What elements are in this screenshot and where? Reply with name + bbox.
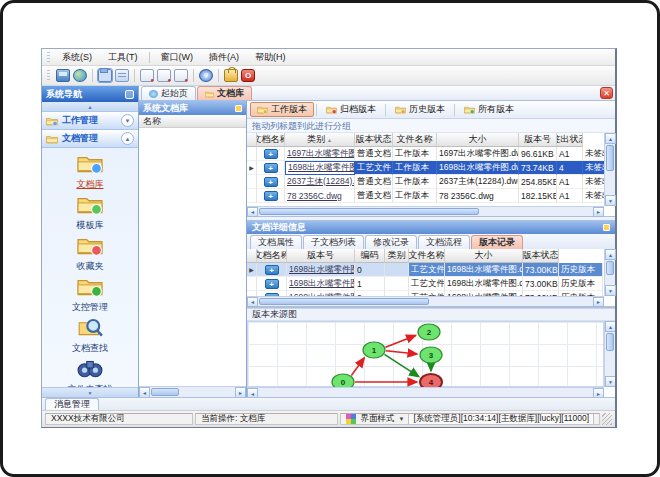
graph-node-2[interactable]: 2 bbox=[418, 324, 440, 340]
sidebar-item-4[interactable]: 文档查找 bbox=[42, 316, 138, 355]
column-header-5[interactable]: 大小 bbox=[445, 249, 523, 263]
scroll-thumb[interactable] bbox=[259, 298, 429, 305]
sidebar-section-work[interactable]: 工作管理▼ bbox=[42, 112, 138, 130]
tab-message-management[interactable]: 消息管理 bbox=[45, 398, 99, 410]
column-header-2[interactable]: 版本状态 bbox=[355, 133, 393, 147]
pin-icon[interactable] bbox=[235, 105, 242, 112]
scroll-down-icon[interactable]: ▼ bbox=[605, 285, 616, 296]
column-header-1[interactable]: 版本号 bbox=[287, 249, 355, 263]
schedule-table-icon[interactable] bbox=[115, 69, 129, 82]
scroll-right-icon[interactable]: ► bbox=[593, 207, 604, 217]
resize-grip[interactable] bbox=[602, 413, 612, 425]
menu-item-4[interactable]: 帮助(H) bbox=[248, 50, 293, 65]
detail-tab-3[interactable]: 文档流程 bbox=[418, 235, 470, 249]
detail-tab-0[interactable]: 文档属性 bbox=[250, 235, 302, 249]
menu-item-3[interactable]: 插件(A) bbox=[202, 50, 246, 65]
chevron-up-icon[interactable]: ▲ bbox=[121, 132, 134, 145]
scroll-left-icon[interactable]: ◄ bbox=[247, 207, 258, 217]
graph-node-3[interactable]: 3 bbox=[420, 347, 442, 363]
screen-icon[interactable] bbox=[56, 69, 70, 82]
table-row[interactable]: ▶+1698出水嘴零件图.dwg0工艺文件1698出水嘴零件图.dwg73.00… bbox=[247, 263, 604, 277]
folder-open-icon[interactable] bbox=[98, 69, 112, 82]
exit-icon[interactable]: O bbox=[241, 69, 255, 82]
scroll-right-icon[interactable]: ► bbox=[593, 297, 604, 307]
scroll-thumb[interactable] bbox=[606, 333, 614, 351]
detail-tab-1[interactable]: 子文档列表 bbox=[303, 235, 364, 249]
version-table-vscrollbar[interactable]: ▲ ▼ bbox=[604, 249, 615, 296]
version-table-hscrollbar[interactable]: ◄ ► bbox=[247, 296, 604, 306]
scroll-down-icon[interactable]: ▼ bbox=[605, 376, 615, 387]
doc-new-icon[interactable] bbox=[140, 69, 154, 82]
lock-icon[interactable] bbox=[224, 69, 238, 82]
tab-document-library[interactable]: 文档库 bbox=[197, 86, 252, 100]
version-button-3[interactable]: 所有版本 bbox=[457, 102, 521, 117]
sidebar-scroll-up[interactable]: ▲ bbox=[42, 102, 138, 112]
graph-vscrollbar[interactable]: ▲ ▼ bbox=[604, 321, 615, 387]
scroll-thumb[interactable] bbox=[151, 388, 179, 396]
scroll-up-icon[interactable]: ▲ bbox=[605, 321, 615, 332]
close-icon[interactable]: ✕ bbox=[600, 87, 613, 99]
scroll-right-icon[interactable]: ► bbox=[593, 388, 604, 397]
graph-node-1[interactable]: 1 bbox=[363, 342, 385, 358]
version-button-1[interactable]: 归档版本 bbox=[319, 102, 383, 117]
tree-hscrollbar[interactable]: ◄ ► bbox=[139, 386, 246, 397]
document-table-vscrollbar[interactable]: ▲ ▼ bbox=[604, 133, 615, 206]
tree-column-header[interactable]: 名称 bbox=[139, 115, 246, 128]
globe-icon[interactable] bbox=[73, 69, 87, 82]
ui-style-icon[interactable] bbox=[346, 414, 356, 424]
table-row[interactable]: +1697出水嘴零件图.dwg普通文档工作版本1697出水嘴零件图.dwg96.… bbox=[247, 147, 604, 161]
menu-item-0[interactable]: 系统(S) bbox=[55, 50, 99, 65]
sidebar-pin-icon[interactable] bbox=[125, 90, 134, 99]
column-header-0[interactable]: 文档名称 bbox=[257, 249, 287, 263]
scroll-left-icon[interactable]: ◄ bbox=[247, 297, 258, 307]
scroll-left-icon[interactable]: ◄ bbox=[247, 388, 258, 397]
sidebar-item-0[interactable]: 文档库 bbox=[42, 152, 138, 191]
status-icon-cell: + bbox=[257, 175, 285, 189]
detail-tab-4[interactable]: 版本记录 bbox=[471, 235, 523, 249]
ui-style-label[interactable]: 界面样式 bbox=[360, 413, 394, 425]
help-icon[interactable]: ? bbox=[199, 69, 213, 82]
sidebar-item-3[interactable]: 文控管理 bbox=[42, 275, 138, 314]
scroll-thumb[interactable] bbox=[606, 145, 614, 171]
status-icon-cell: + bbox=[257, 147, 285, 161]
scroll-up-icon[interactable]: ▲ bbox=[605, 133, 616, 144]
version-button-2[interactable]: 历史版本 bbox=[388, 102, 452, 117]
column-header-4[interactable]: 文件名称 bbox=[409, 249, 445, 263]
table-row[interactable]: +78 2356C.dwg普通文档工作版本78 2356C.dwg182.15K… bbox=[247, 189, 604, 203]
sidebar-item-5[interactable]: 文件夹查找 bbox=[42, 357, 138, 387]
column-header-2[interactable]: 编码 bbox=[355, 249, 385, 263]
scroll-down-icon[interactable]: ▼ bbox=[605, 195, 616, 206]
chevron-down-icon[interactable]: ▼ bbox=[121, 114, 134, 127]
status-icon-cell: + bbox=[257, 189, 285, 203]
table-row[interactable]: +1698出水嘴零件图.dwg1工艺文件1698出水嘴零件图.dwg73.00K… bbox=[247, 277, 604, 291]
detail-tab-2[interactable]: 修改记录 bbox=[365, 235, 417, 249]
document-table-hscrollbar[interactable]: ◄ ► bbox=[247, 206, 604, 216]
sidebar-section-document[interactable]: 文档管理▲ bbox=[42, 130, 138, 148]
column-header-6[interactable]: 版本状态 bbox=[523, 249, 559, 263]
table-row[interactable]: +2637主体(12284).dwg普通文档工作版本2637主体(12284).… bbox=[247, 175, 604, 189]
table-row[interactable]: ▶+1698出水嘴零件图.dwg工艺文件工作版本1698出水嘴零件图.dwg73… bbox=[247, 161, 604, 175]
scroll-thumb[interactable] bbox=[606, 261, 614, 275]
pin-icon[interactable] bbox=[603, 224, 610, 231]
column-header-0[interactable]: 文档名称 bbox=[257, 133, 285, 147]
tab-start-page[interactable]: 起始页 bbox=[141, 86, 196, 100]
graph-edge-1-2 bbox=[385, 335, 415, 347]
column-header-1[interactable]: 类别▲ bbox=[285, 133, 355, 147]
dropdown-caret-icon[interactable]: ▼ bbox=[398, 416, 404, 422]
column-header-3[interactable]: 文件名称 bbox=[393, 133, 437, 147]
version-button-0[interactable]: 工作版本 bbox=[250, 102, 314, 117]
scroll-up-icon[interactable]: ▲ bbox=[605, 249, 616, 260]
graph-hscrollbar[interactable]: ◄ ► bbox=[247, 387, 604, 397]
column-header-5[interactable]: 版本号 bbox=[519, 133, 557, 147]
menu-item-1[interactable]: 工具(T) bbox=[101, 50, 145, 65]
column-header-3[interactable]: 类别 bbox=[385, 249, 409, 263]
scroll-thumb[interactable] bbox=[259, 208, 479, 215]
doc-close-icon[interactable] bbox=[174, 69, 188, 82]
doc-edit-icon[interactable] bbox=[157, 69, 171, 82]
menu-item-2[interactable]: 窗口(W) bbox=[154, 50, 201, 65]
sidebar-item-2[interactable]: 收藏夹 bbox=[42, 234, 138, 273]
sidebar-item-1[interactable]: 模板库 bbox=[42, 193, 138, 232]
column-header-6[interactable]: 签出状态 bbox=[557, 133, 583, 147]
column-header-4[interactable]: 大小 bbox=[437, 133, 519, 147]
sidebar-scroll-down[interactable]: ▼ bbox=[42, 387, 138, 397]
